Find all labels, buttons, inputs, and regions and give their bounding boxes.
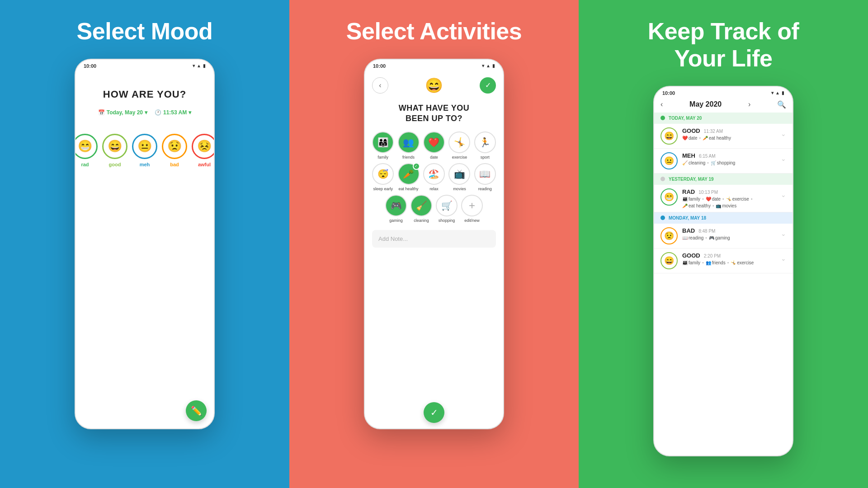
entry-chevron-3[interactable]: ⌄ [781,191,786,198]
act-exercise[interactable]: 🤸 exercise [448,131,470,160]
exercise-icon-good2: 🤸 [731,260,736,265]
act-date[interactable]: ❤️ date [423,131,445,160]
act-gaming-circle: 🎮 [385,195,407,216]
entry-mood-name-meh: MEH [682,152,695,159]
entry-body-good-2: GOOD 2:20 PM 👨‍👩‍👧 family • 👥 friends • … [682,252,776,265]
wifi-icon-3: ▲ [775,90,780,95]
act-sport-label: sport [481,155,490,160]
wifi-icon-2: ▲ [486,63,491,68]
eat-icon: 🥕 [703,136,708,141]
act-family[interactable]: 👨‍👩‍👧 family [372,131,394,160]
eat-healthy-check: ✓ [413,163,420,170]
act-date-label: date [430,155,438,160]
gaming-icon-bad: 🎮 [709,235,714,240]
date-chevron: ▾ [145,109,147,116]
mood-question: HOW ARE YOU? [83,89,207,100]
act-shopping-label: shopping [439,218,455,223]
entry-tags-meh: 🧹 cleaning • 🛒 shopping [682,160,776,165]
entry-chevron-2[interactable]: ⌄ [781,155,786,162]
status-time-2: 10:00 [373,63,386,69]
activities-confirm-fab[interactable]: ✓ [424,402,444,423]
panel-select-mood: Select Mood 10:00 ▾ ▲ ▮ HOW ARE YOU? 📅 T… [0,0,289,488]
wifi-icon: ▲ [197,63,201,68]
tag-exercise-good2: 🤸 exercise [731,260,754,265]
mood-fab-edit[interactable]: ✏️ [186,400,207,421]
panel1-title: Select Mood [77,18,213,45]
yesterday-label: YESTERDAY, MAY 19 [669,177,714,182]
entry-mood-name-good: GOOD [682,127,700,134]
prev-month-button[interactable]: ‹ [660,100,663,108]
entry-chevron-5[interactable]: ⌄ [781,255,786,262]
mood-meh[interactable]: 😐 meh [132,134,157,167]
activities-header: ‹ 😄 ✓ [372,75,496,98]
time-chevron: ▾ [189,109,191,116]
calendar-header: ‹ May 2020 › 🔍 [654,98,793,113]
entry-body-meh: MEH 6:15 AM 🧹 cleaning • 🛒 shopping [682,152,776,165]
activities-row1: 👨‍👩‍👧 family 👥 friends ❤️ date 🤸 exercis… [372,131,496,160]
act-family-circle: 👨‍👩‍👧 [372,131,394,153]
act-edit-new[interactable]: + edit/new [461,195,483,223]
act-movies[interactable]: 📺 movies [448,163,470,191]
signal-icon-3: ▾ [771,90,774,95]
act-cleaning[interactable]: 🧹 cleaning [410,195,432,223]
tag-date: ❤️ date [682,136,697,141]
confirm-button[interactable]: ✓ [480,77,496,94]
signal-icon: ▾ [193,63,195,68]
mood-good[interactable]: 😄 good [102,134,127,167]
entry-time-bad: 8:48 PM [698,229,715,234]
yesterday-dot [660,177,665,181]
act-shopping[interactable]: 🛒 shopping [436,195,458,223]
mood-date[interactable]: 📅 Today, May 20 ▾ [98,109,147,116]
panel-keep-track: Keep Track ofYour Life 10:00 ▾ ▲ ▮ ‹ May… [579,0,868,488]
mood-good-circle: 😄 [102,134,127,159]
back-button[interactable]: ‹ [372,77,388,94]
phone-track: 10:00 ▾ ▲ ▮ ‹ May 2020 › 🔍 TODAY, MAY 20… [653,86,793,456]
selected-mood-icon: 😄 [425,77,443,94]
entry-good-220[interactable]: 😄 GOOD 2:20 PM 👨‍👩‍👧 family • 👥 friends … [654,249,793,273]
entry-chevron-4[interactable]: ⌄ [781,230,786,237]
tag-eat-healthy: 🥕 eat healthy [703,136,731,141]
entry-mood-name-bad: BAD [682,227,695,234]
entry-meh-615[interactable]: 😐 MEH 6:15 AM 🧹 cleaning • 🛒 shopping ⌄ [654,149,793,174]
entry-chevron-1[interactable]: ⌄ [781,130,786,137]
monday-label: MONDAY, MAY 18 [669,216,706,221]
entry-rad-1013[interactable]: 😁 RAD 10:13 PM 👨‍👩‍👧 family • ❤️ date • … [654,185,793,212]
mood-time[interactable]: 🕐 11:53 AM ▾ [155,109,191,116]
entry-good-1132[interactable]: 😄 GOOD 11:32 AM ❤️ date • 🥕 eat healthy … [654,124,793,149]
date-icon-rad: ❤️ [706,197,711,202]
act-sport-circle: 🏃 [474,131,496,153]
status-icons-3: ▾ ▲ ▮ [771,90,784,95]
signal-icon-2: ▾ [482,63,484,68]
act-sleep-early[interactable]: 😴 sleep early [372,163,394,191]
mood-rad[interactable]: 😁 rad [75,134,98,167]
act-relax[interactable]: 🏖️ relax [423,163,445,191]
day-header-monday: MONDAY, MAY 18 [654,212,793,224]
act-reading[interactable]: 📖 reading [474,163,496,191]
entry-bad-848[interactable]: 😟 BAD 8:48 PM 📖 reading • 🎮 gaming ⌄ [654,224,793,249]
mood-meh-circle: 😐 [132,134,157,159]
act-movies-label: movies [453,187,466,191]
mood-content: HOW ARE YOU? 📅 Today, May 20 ▾ 🕐 11:53 A… [75,70,214,428]
tag-friends-good2: 👥 friends [706,260,726,265]
entry-mood-name-rad: RAD [682,188,695,195]
tag-movies-rad: 📺 movies [716,203,736,208]
search-button[interactable]: 🔍 [777,100,786,109]
add-note-field[interactable]: Add Note... [372,230,496,248]
entry-tags-good: ❤️ date • 🥕 eat healthy [682,136,776,141]
mood-bad[interactable]: 😟 bad [162,134,187,167]
mood-awful[interactable]: 😣 awful [192,134,214,167]
activities-row2: 😴 sleep early 🥕 ✓ eat healthy 🏖️ relax 📺 [372,163,496,191]
mood-bad-circle: 😟 [162,134,187,159]
act-gaming[interactable]: 🎮 gaming [385,195,407,223]
act-friends[interactable]: 👥 friends [397,131,419,160]
mood-rad-circle: 😁 [75,134,98,159]
today-dot [660,116,665,120]
activities-content: ‹ 😄 ✓ WHAT HAVE YOUBEEN UP TO? 👨‍👩‍👧 fam… [365,70,503,428]
entry-mood-rad: 😁 [660,188,678,206]
mood-bad-label: bad [170,162,179,167]
act-sport[interactable]: 🏃 sport [474,131,496,160]
next-month-button[interactable]: › [748,100,750,108]
tag-eat-rad: 🥕 eat healthy [682,203,711,208]
act-eat-healthy[interactable]: 🥕 ✓ eat healthy [397,163,419,191]
act-exercise-circle: 🤸 [448,131,470,153]
